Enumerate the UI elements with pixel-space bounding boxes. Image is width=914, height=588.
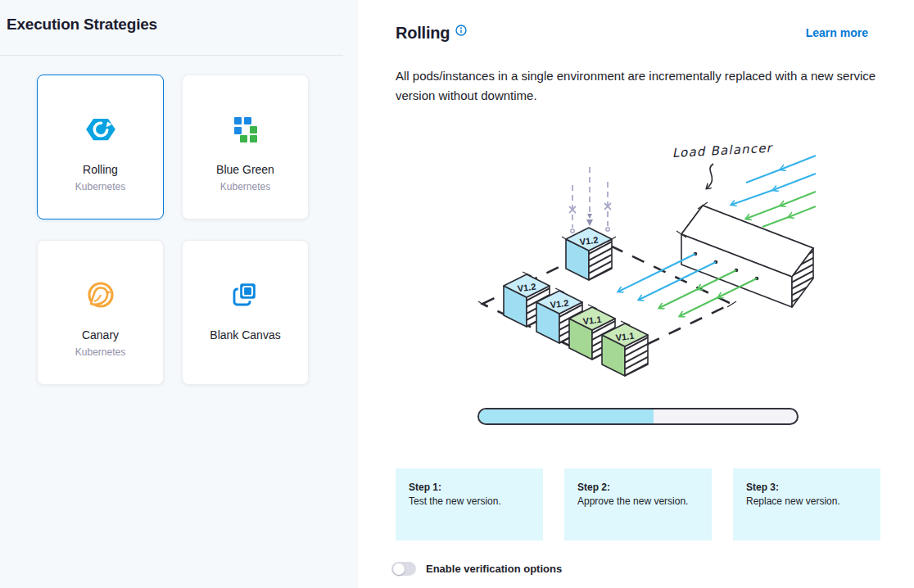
strategy-card-rolling[interactable]: Rolling Kubernetes <box>37 75 164 219</box>
load-balancer-label: Load Balancer <box>672 141 774 161</box>
rollout-progress-bar <box>477 408 799 425</box>
step-card-2: Step 2: Approve the new version. <box>564 468 712 541</box>
deploy-lines <box>569 167 611 233</box>
detail-header: Rolling Learn more <box>396 24 868 43</box>
strategy-subtitle: Kubernetes <box>220 181 270 192</box>
verification-toggle-label: Enable verification options <box>426 563 562 575</box>
step-title: Step 2: <box>577 481 699 494</box>
strategy-list-panel: Execution Strategies Rolling Kubernetes <box>0 0 358 588</box>
page-title: Execution Strategies <box>7 16 157 34</box>
verification-toggle-row: Enable verification options <box>391 562 562 576</box>
strategy-detail-title: Rolling <box>396 24 450 43</box>
rolling-icon <box>84 111 118 148</box>
incoming-traffic-arrows <box>731 156 816 227</box>
step-title: Step 1: <box>409 481 530 494</box>
strategy-detail-panel: Rolling Learn more All pods/instances in… <box>358 0 914 588</box>
step-card-3: Step 3: Replace new version. <box>733 468 880 541</box>
canary-icon <box>83 276 119 314</box>
load-balancer-box <box>676 202 813 307</box>
rolling-deployment-illustration: V1.2 V1.2 V1.1 V1.1 <box>458 134 818 395</box>
incoming-pod-cube: V1.2 <box>562 228 616 280</box>
execution-strategies-screen: Execution Strategies Rolling Kubernetes <box>0 0 914 588</box>
strategy-name: Blank Canvas <box>210 328 280 341</box>
strategy-card-blue-green[interactable]: Blue Green Kubernetes <box>182 75 309 219</box>
step-card-1: Step 1: Test the new version. <box>396 468 543 541</box>
progress-fill <box>479 409 654 423</box>
strategy-description: All pods/instances in a single environme… <box>396 66 887 106</box>
strategy-card-blank-canvas[interactable]: Blank Canvas <box>182 240 309 385</box>
toggle-knob <box>393 563 405 575</box>
step-text: Replace new version. <box>746 495 867 508</box>
steps-row: Step 1: Test the new version. Step 2: Ap… <box>396 468 880 541</box>
strategy-name: Rolling <box>83 163 118 176</box>
verification-toggle[interactable] <box>391 562 416 576</box>
blue-green-icon <box>229 111 262 148</box>
step-text: Test the new version. <box>409 495 530 508</box>
label-pointer-arrow <box>707 164 713 188</box>
strategy-name: Blue Green <box>216 163 274 176</box>
blank-canvas-icon <box>229 276 262 314</box>
strategy-card-canary[interactable]: Canary Kubernetes <box>37 240 164 385</box>
strategy-subtitle: Kubernetes <box>75 346 125 358</box>
strategy-subtitle: Kubernetes <box>75 181 125 192</box>
info-icon[interactable] <box>455 25 467 36</box>
learn-more-link[interactable]: Learn more <box>806 26 868 39</box>
divider <box>0 55 343 56</box>
step-title: Step 3: <box>746 481 867 494</box>
strategy-cards-grid: Rolling Kubernetes Blue Green Kubern <box>37 75 309 385</box>
step-text: Approve the new version. <box>577 495 699 508</box>
strategy-name: Canary <box>82 328 119 341</box>
